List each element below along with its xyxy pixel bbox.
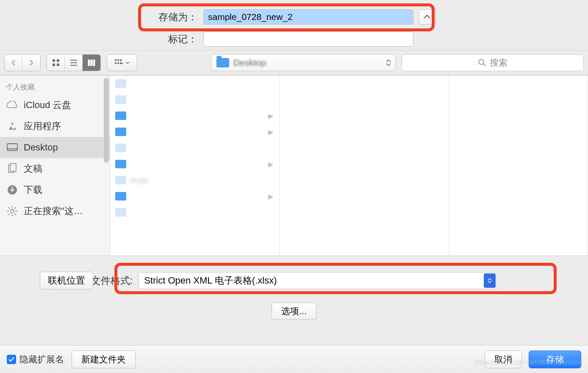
sidebar-item-apps[interactable]: 应用程序 (0, 116, 110, 137)
file-row[interactable]: ▶ (110, 156, 279, 172)
sidebar-item-label: iCloud 云盘 (24, 99, 71, 111)
hide-extension-label: 隐藏扩展名 (19, 354, 64, 365)
file-row[interactable]: ▶ (110, 188, 279, 204)
svg-line-28 (8, 207, 10, 209)
file-row[interactable] (110, 75, 279, 92)
location-label: Desktop (233, 58, 266, 68)
svg-rect-5 (70, 62, 77, 63)
disclosure-arrow-icon: ▶ (268, 112, 273, 120)
svg-line-17 (483, 64, 485, 66)
sidebar-scrollbar[interactable] (104, 78, 109, 163)
file-row[interactable] (110, 92, 279, 108)
apps-icon (6, 121, 19, 132)
save-button[interactable]: 存储 (529, 351, 581, 368)
downloads-icon (6, 184, 19, 195)
new-folder-button[interactable]: 新建文件夹 (72, 351, 136, 368)
search-input[interactable]: 搜索 (402, 54, 584, 71)
file-browser: 个人收藏 iCloud 云盘 应用程序 Desktop 文稿 下载 (0, 75, 588, 256)
desktop-icon (6, 142, 19, 153)
disclosure-arrow-icon: ▶ (268, 160, 273, 168)
folder-icon (216, 58, 229, 67)
svg-rect-6 (70, 65, 77, 66)
group-by-button[interactable] (107, 55, 137, 71)
save-as-section: 存储为： 标记： (0, 0, 588, 50)
svg-line-31 (8, 214, 10, 215)
svg-rect-14 (117, 62, 119, 64)
file-row[interactable] (110, 140, 279, 156)
svg-point-16 (479, 59, 484, 64)
up-down-icon (386, 59, 391, 66)
svg-rect-10 (115, 59, 116, 61)
file-thumb-icon (115, 111, 126, 120)
icon-view-button[interactable] (47, 55, 65, 71)
format-section: 联机位置 文件格式: Strict Open XML 电子表格(.xlsx) 选… (0, 256, 588, 345)
file-column-3 (449, 75, 588, 256)
location-select[interactable]: Desktop (211, 54, 396, 71)
svg-rect-4 (70, 60, 77, 61)
svg-rect-11 (117, 59, 119, 61)
svg-rect-8 (91, 60, 92, 66)
file-column-1: ▶ ▶ ▶er.py ▶ (110, 75, 280, 256)
file-row[interactable]: ▶ (110, 124, 279, 140)
svg-line-29 (15, 214, 16, 215)
svg-rect-1 (57, 59, 59, 62)
file-thumb-icon (115, 95, 126, 104)
file-column-2 (280, 75, 449, 256)
cancel-button[interactable]: 取消 (485, 351, 522, 368)
svg-line-30 (15, 207, 16, 209)
sidebar-item-searching[interactable]: 正在搜索"这… (0, 200, 110, 222)
file-thumb-icon (115, 176, 126, 184)
list-view-button[interactable] (65, 55, 83, 71)
column-view-button[interactable] (83, 55, 100, 71)
sidebar-item-label: 文稿 (24, 162, 42, 175)
file-format-select[interactable]: Strict Open XML 电子表格(.xlsx) (139, 272, 497, 289)
disclosure-arrow-icon: ▶ (268, 128, 273, 136)
sidebar-heading: 个人收藏 (0, 80, 110, 95)
file-format-value: Strict Open XML 电子表格(.xlsx) (144, 274, 277, 287)
group-by-dropdown[interactable] (107, 54, 137, 71)
file-thumb-icon (115, 128, 126, 136)
file-thumb-icon (115, 79, 126, 88)
options-button[interactable]: 选项... (272, 303, 316, 320)
nav-back-button[interactable] (5, 55, 22, 71)
online-locations-button[interactable]: 联机位置 (40, 272, 93, 289)
disclosure-arrow-icon: ▶ (268, 192, 273, 200)
tags-input[interactable] (203, 31, 413, 47)
nav-forward-button[interactable] (22, 55, 40, 71)
svg-rect-9 (93, 60, 95, 66)
tags-label: 标记： (153, 33, 203, 46)
svg-rect-18 (7, 144, 17, 150)
file-row[interactable]: ▶ (110, 108, 279, 124)
chevron-up-icon (424, 15, 430, 19)
nav-back-forward (4, 54, 41, 71)
view-mode-segment (47, 54, 101, 71)
file-row[interactable] (110, 204, 279, 220)
filename-input[interactable] (203, 9, 413, 25)
file-format-label: 文件格式: (91, 274, 133, 287)
svg-rect-7 (88, 60, 90, 66)
sidebar-item-label: 下载 (24, 184, 42, 196)
save-as-label: 存储为： (153, 11, 203, 24)
svg-rect-0 (53, 59, 55, 62)
sidebar-item-icloud[interactable]: iCloud 云盘 (0, 95, 110, 116)
cloud-icon (6, 100, 19, 111)
sidebar-item-label: 正在搜索"这… (24, 205, 83, 217)
svg-rect-3 (57, 64, 59, 66)
svg-point-23 (11, 209, 14, 213)
expand-toggle-button[interactable] (419, 9, 435, 25)
sidebar-item-desktop[interactable]: Desktop (0, 137, 110, 158)
sidebar-item-downloads[interactable]: 下载 (0, 179, 110, 200)
hide-extension-checkbox[interactable] (7, 355, 16, 364)
search-icon (478, 58, 486, 67)
footer: 隐藏扩展名 新建文件夹 取消 存储 (0, 345, 588, 373)
sidebar: 个人收藏 iCloud 云盘 应用程序 Desktop 文稿 下载 (0, 75, 110, 256)
sidebar-item-label: Desktop (24, 142, 58, 153)
file-row[interactable]: er.py (110, 172, 279, 188)
up-down-icon (484, 273, 496, 288)
file-thumb-icon (115, 192, 126, 200)
gear-icon (6, 206, 19, 217)
file-thumb-icon (115, 144, 126, 152)
file-thumb-icon (115, 160, 126, 168)
search-placeholder: 搜索 (490, 57, 508, 69)
sidebar-item-documents[interactable]: 文稿 (0, 158, 110, 179)
